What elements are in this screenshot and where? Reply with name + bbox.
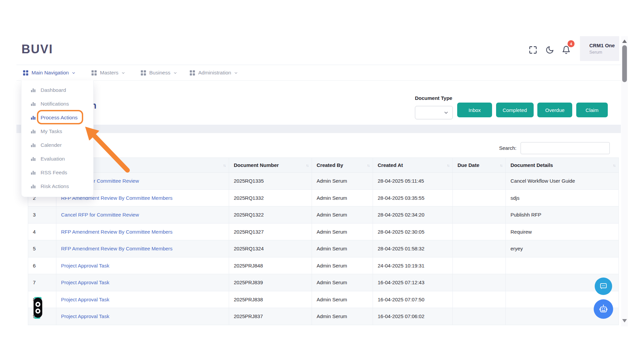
bar-chart-icon	[31, 115, 36, 120]
document-name-link[interactable]: Cancel RFP for Committee Review	[61, 212, 139, 218]
section-separator	[16, 125, 621, 133]
user-profile-panel[interactable]: CRM1 One Serum	[580, 36, 619, 61]
document-details	[506, 257, 619, 274]
profile-org: Serum	[589, 50, 619, 55]
scrollbar-down-arrow[interactable]	[622, 319, 627, 322]
sort-icon[interactable]: ↑↓	[613, 163, 615, 167]
nav-label: Main Navigation	[32, 70, 69, 76]
bar-chart-icon	[31, 142, 36, 147]
menu-item-evaluation[interactable]: Evaluation	[21, 152, 93, 166]
grid-icon	[190, 70, 195, 76]
fullscreen-icon[interactable]	[529, 46, 537, 54]
claim-button[interactable]: Claim	[576, 103, 608, 117]
table-row: 1 Cancel RFP for Committee Review 2025RQ…	[28, 173, 619, 190]
table-row: 2 RFP Amendment Review By Committee Memb…	[28, 190, 619, 207]
document-name-link[interactable]: Project Approval Task	[61, 263, 109, 268]
menu-item-notifications[interactable]: Notifications	[21, 97, 93, 111]
menu-item-label: Risk Actions	[41, 183, 69, 189]
chat-bubble-icon	[599, 282, 608, 291]
table-row: 5 RFP Amendment Review By Committee Memb…	[28, 240, 619, 257]
chevron-down-icon	[234, 71, 238, 75]
sort-icon[interactable]: ↑↓	[447, 163, 449, 167]
sort-icon[interactable]: ↑↓	[500, 163, 502, 167]
menu-item-my-tasks[interactable]: My Tasks	[21, 124, 93, 138]
sort-icon[interactable]: ↑↓	[367, 163, 369, 167]
menu-item-label: Process Actions	[41, 115, 77, 121]
table-row: 8 Project Approval Task 2025PRJ838 Admin…	[28, 291, 619, 308]
assistant-robot-fab-button[interactable]	[594, 299, 613, 319]
due-date	[453, 240, 506, 257]
document-name-link[interactable]: Project Approval Task	[61, 297, 109, 302]
scrollbar-up-arrow[interactable]	[622, 40, 627, 43]
bar-chart-icon	[31, 87, 36, 93]
robot-icon	[598, 304, 608, 314]
bar-chart-icon	[31, 129, 36, 134]
menu-item-rss-feeds[interactable]: RSS Feeds	[21, 166, 93, 179]
table-header-row: ↑↓ Document Number↑↓ Created By↑↓ Create…	[28, 158, 619, 173]
menu-item-label: Calender	[41, 142, 62, 148]
sort-icon[interactable]: ↑↓	[223, 163, 225, 167]
scrollbar-thumb[interactable]	[622, 45, 627, 82]
chat-fab-button[interactable]	[595, 278, 612, 295]
document-number: 2025PRJ839	[229, 274, 312, 291]
nav-item-main-navigation[interactable]: Main Navigation	[23, 65, 75, 80]
menu-item-label: Notifications	[41, 101, 69, 107]
document-details: eryey	[506, 240, 619, 257]
nav-item-masters[interactable]: Masters	[91, 65, 125, 80]
inbox-button[interactable]: Inbox	[457, 103, 492, 117]
overdue-button[interactable]: Overdue	[537, 103, 572, 117]
created-at: 28-04-2025 02:30:05	[373, 224, 453, 240]
due-date	[453, 308, 506, 325]
row-number: 7	[28, 274, 56, 291]
document-name-link[interactable]: Project Approval Task	[61, 313, 109, 319]
document-number: 2025RQ1327	[229, 224, 312, 240]
menu-item-dashboard[interactable]: Dashboard	[21, 83, 93, 97]
completed-button[interactable]: Completed	[496, 103, 534, 117]
search-input[interactable]	[521, 142, 610, 154]
created-by: Admin Serum	[312, 240, 373, 257]
menu-item-process-actions[interactable]: Process Actions	[21, 111, 93, 124]
document-name-link[interactable]: Project Approval Task	[61, 280, 109, 285]
main-navigation-dropdown: Dashboard Notifications Process Actions …	[21, 80, 94, 197]
due-date	[453, 291, 506, 308]
row-number: 9	[28, 308, 56, 325]
menu-item-label: Dashboard	[41, 87, 66, 93]
due-date	[453, 257, 506, 274]
header-created-by: Created By↑↓	[312, 158, 373, 172]
document-name-link[interactable]: RFP Amendment Review By Committee Member…	[61, 246, 172, 251]
due-date	[453, 274, 506, 291]
dark-mode-moon-icon[interactable]	[545, 46, 554, 54]
due-date	[453, 224, 506, 240]
menu-item-calender[interactable]: Calender	[21, 138, 93, 152]
nav-item-administration[interactable]: Administration	[190, 65, 238, 80]
table-row: 7 Project Approval Task 2025PRJ839 Admin…	[28, 274, 619, 291]
due-date	[453, 173, 506, 189]
created-at: 28-04-2025 05:11:45	[373, 173, 453, 189]
row-number: 6	[28, 257, 56, 274]
nav-label: Business	[149, 70, 170, 76]
table-row: 9 Project Approval Task 2025PRJ837 Admin…	[28, 308, 619, 325]
created-by: Admin Serum	[312, 190, 373, 206]
document-type-select[interactable]	[415, 106, 453, 119]
created-at: 28-04-2025 01:58:32	[373, 240, 453, 257]
bar-chart-icon	[31, 170, 36, 175]
document-number: 2025RQ1335	[229, 173, 312, 189]
document-number: 2025PRJ848	[229, 257, 312, 274]
table-row: 4 RFP Amendment Review By Committee Memb…	[28, 224, 619, 241]
row-number: 8	[28, 291, 56, 308]
main-navbar: Main Navigation Masters Business Adminis…	[16, 65, 621, 81]
row-number: 3	[28, 206, 56, 223]
menu-item-label: RSS Feeds	[41, 170, 67, 176]
created-by: Admin Serum	[312, 308, 373, 325]
bar-chart-icon	[31, 101, 36, 106]
document-number: 2025PRJ838	[229, 291, 312, 308]
document-number: 2025RQ1322	[229, 206, 312, 223]
menu-item-label: Evaluation	[41, 156, 65, 162]
created-at: 16-04-2025 07:06:02	[373, 308, 453, 325]
created-by: Admin Serum	[312, 291, 373, 308]
nav-item-business[interactable]: Business	[141, 65, 177, 80]
sort-icon[interactable]: ↑↓	[306, 163, 308, 167]
menu-item-risk-actions[interactable]: Risk Actions	[21, 179, 93, 193]
document-name-link[interactable]: RFP Amendment Review By Committee Member…	[61, 229, 172, 235]
table-row: 6 Project Approval Task 2025PRJ848 Admin…	[28, 257, 619, 275]
